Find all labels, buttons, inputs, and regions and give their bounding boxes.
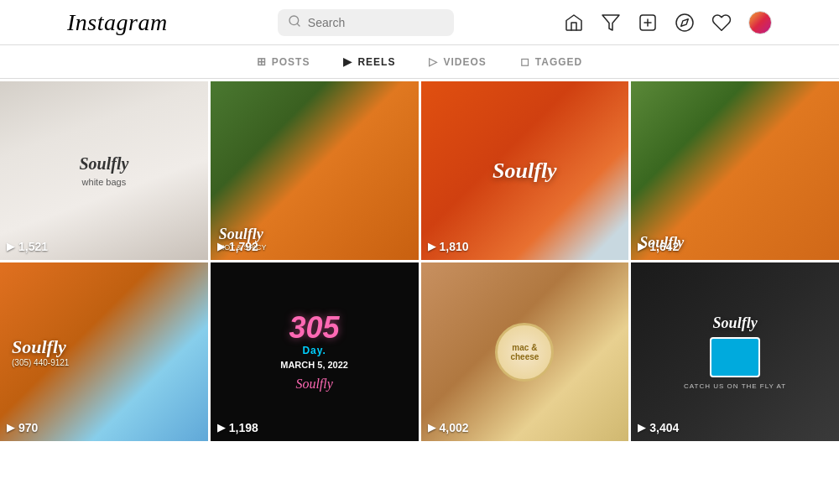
play-icon-3: ▶ [428, 241, 435, 252]
svg-marker-7 [681, 18, 688, 25]
view-count-4: ▶ 1,642 [638, 240, 679, 253]
tab-tagged[interactable]: ◻ TAGGED [503, 45, 599, 78]
play-icon-2: ▶ [217, 241, 225, 252]
reel-item-8[interactable]: Soulfly CATCH US ON THE FLY AT ▶ 3,404 [631, 262, 839, 441]
add-icon[interactable] [638, 13, 658, 33]
reel-item-1[interactable]: Soulfly white bags ▶ 1,521 [0, 81, 208, 260]
content-area: ⊞ POSTS ▶ REELS ▷ VIDEOS ◻ TAGGED Soulfl… [0, 45, 839, 504]
svg-line-1 [297, 23, 300, 26]
svg-point-6 [676, 14, 693, 31]
tab-reels-label: REELS [357, 56, 395, 68]
tab-reels[interactable]: ▶ REELS [326, 45, 412, 78]
view-count-1: ▶ 1,521 [7, 240, 48, 253]
play-icon-5: ▶ [7, 422, 14, 434]
search-input[interactable] [308, 16, 444, 29]
heart-icon[interactable] [711, 13, 732, 33]
view-count-6: ▶ 1,198 [217, 421, 258, 434]
tab-posts[interactable]: ⊞ POSTS [240, 45, 327, 78]
view-count-5: ▶ 970 [7, 421, 38, 434]
header: Instagram [0, 0, 839, 45]
nav-icons [564, 11, 772, 34]
reel-item-4[interactable]: Soulfly ▶ 1,642 [631, 81, 839, 260]
play-icon-7: ▶ [428, 422, 435, 434]
tagged-icon: ◻ [520, 55, 530, 68]
compass-icon[interactable] [675, 13, 695, 33]
reel-item-5[interactable]: Soulfly (305) 440-9121 ▶ 970 [0, 262, 208, 441]
view-count-2: ▶ 1,792 [217, 240, 258, 253]
reels-grid: Soulfly white bags ▶ 1,521 Soulfly HOT &… [0, 79, 839, 444]
filter-icon[interactable] [601, 13, 621, 33]
view-count-3: ▶ 1,810 [428, 240, 469, 253]
reel-item-7[interactable]: mac &cheese ▶ 4,002 [421, 262, 629, 441]
search-bar[interactable] [278, 9, 454, 36]
tab-tagged-label: TAGGED [535, 56, 582, 68]
reel-item-6[interactable]: 305 Day. MARCH 5, 2022 Soulfly ▶ 1,198 [211, 262, 419, 441]
play-icon-1: ▶ [7, 241, 14, 252]
tab-videos-label: VIDEOS [443, 56, 486, 68]
play-icon-8: ▶ [638, 422, 645, 434]
play-icon-6: ▶ [217, 422, 225, 434]
reel-item-2[interactable]: Soulfly HOT & SPICY ▶ 1,792 [211, 81, 419, 260]
svg-marker-2 [602, 15, 619, 30]
view-count-7: ▶ 4,002 [428, 421, 469, 434]
posts-grid-icon: ⊞ [257, 55, 267, 68]
tab-posts-label: POSTS [272, 56, 310, 68]
reel-item-3[interactable]: Soulfly ▶ 1,810 [421, 81, 629, 260]
search-icon [288, 14, 301, 31]
profile-avatar[interactable] [748, 11, 772, 34]
play-icon-4: ▶ [638, 241, 645, 252]
profile-tabs: ⊞ POSTS ▶ REELS ▷ VIDEOS ◻ TAGGED [0, 45, 839, 79]
instagram-logo: Instagram [67, 9, 168, 36]
view-count-8: ▶ 3,404 [638, 421, 679, 434]
reels-icon: ▶ [343, 55, 352, 68]
tab-videos[interactable]: ▷ VIDEOS [412, 45, 503, 78]
home-icon[interactable] [564, 13, 584, 33]
videos-icon: ▷ [429, 55, 438, 68]
